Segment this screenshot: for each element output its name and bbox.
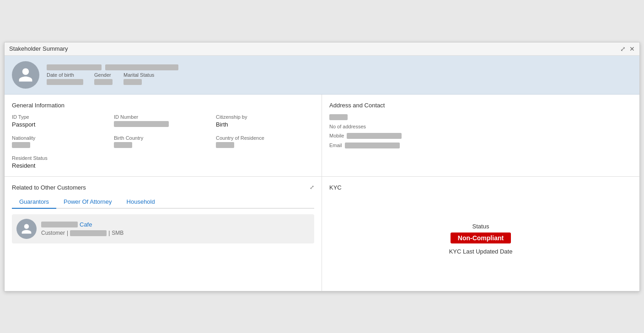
citizenship-label: Citizenship by	[216, 114, 314, 120]
id-type-field: ID Type Passport	[12, 114, 110, 128]
kyc-panel: KYC Status Non-Compliant KYC Last Update…	[322, 177, 639, 291]
related-expand-icon[interactable]: ⤢	[310, 184, 314, 190]
customer-separator-1: |	[67, 230, 68, 236]
general-information-panel: General Information ID Type Passport ID …	[5, 95, 322, 176]
id-type-label: ID Type	[12, 114, 110, 120]
country-of-residence-label: Country of Residence	[216, 135, 314, 141]
resident-status-label: Resident Status	[12, 155, 110, 161]
nationality-value-redacted	[12, 142, 30, 148]
related-panel-header: Related to Other Customers ⤢	[12, 184, 314, 191]
country-of-residence-value-redacted	[216, 142, 234, 148]
date-of-birth-field: Date of birth	[47, 72, 83, 85]
profile-header: Date of birth Gender Marital Status	[5, 56, 639, 95]
mobile-label: Mobile	[329, 133, 344, 138]
general-fields-grid: ID Type Passport ID Number Citizenship b…	[12, 114, 314, 169]
top-content-grid: General Information ID Type Passport ID …	[5, 95, 639, 177]
title-bar: Stakeholder Summary ⤢ ✕	[5, 42, 639, 56]
tab-household[interactable]: Household	[119, 196, 162, 209]
email-label: Email	[329, 143, 342, 148]
date-of-birth-value-redacted	[47, 79, 83, 85]
resident-status-field: Resident Status Resident	[12, 155, 110, 169]
customer-list-item[interactable]: Cafe Customer | | SMB	[12, 214, 314, 243]
citizenship-field: Citizenship by Birth	[216, 114, 314, 128]
citizenship-value: Birth	[216, 121, 314, 128]
no-of-addresses-field: No of addresses	[329, 124, 632, 129]
kyc-status-label: Status	[472, 223, 489, 230]
name-redacted-2	[105, 64, 178, 70]
profile-meta: Date of birth Gender Marital Status	[47, 72, 178, 85]
kyc-status-badge: Non-Compliant	[451, 233, 511, 243]
birth-country-value-redacted	[114, 142, 132, 148]
gender-value-redacted	[94, 79, 113, 85]
country-of-residence-field: Country of Residence	[216, 135, 314, 148]
kyc-status-section: Status Non-Compliant KYC Last Updated Da…	[329, 195, 632, 284]
date-of-birth-label: Date of birth	[47, 72, 83, 78]
customer-separator-2: |	[108, 230, 110, 236]
customer-name-redacted	[41, 222, 78, 227]
stakeholder-summary-window: Stakeholder Summary ⤢ ✕ Date of	[4, 42, 640, 291]
close-icon[interactable]: ✕	[629, 45, 635, 53]
address-contact-title: Address and Contact	[329, 102, 632, 109]
address-count-line	[329, 114, 632, 120]
gender-label: Gender	[94, 72, 113, 78]
email-value-redacted	[345, 143, 400, 148]
customer-segment: SMB	[112, 230, 123, 236]
profile-info: Date of birth Gender Marital Status	[47, 64, 178, 85]
tab-power-of-attorney[interactable]: Power Of Attorney	[56, 196, 119, 209]
resident-status-value: Resident	[12, 162, 110, 169]
birth-country-field: Birth Country	[114, 135, 212, 148]
name-redacted-1	[47, 64, 102, 70]
id-number-field: ID Number	[114, 114, 212, 128]
customer-name-suffix: Cafe	[80, 221, 92, 228]
gender-field: Gender	[94, 72, 113, 85]
customer-name-row: Cafe	[41, 221, 123, 228]
mobile-field: Mobile	[329, 133, 632, 139]
window-title: Stakeholder Summary	[9, 45, 68, 52]
customer-info: Cafe Customer | | SMB	[41, 221, 123, 236]
marital-status-label: Marital Status	[123, 72, 154, 78]
id-type-value: Passport	[12, 121, 110, 128]
address-section: No of addresses Mobile Email	[329, 114, 632, 148]
address-count-redacted	[329, 114, 348, 120]
id-number-value-redacted	[114, 121, 169, 127]
related-customers-panel: Related to Other Customers ⤢ Guarantors …	[5, 177, 322, 291]
window-controls: ⤢ ✕	[620, 45, 635, 53]
birth-country-label: Birth Country	[114, 135, 212, 141]
main-content: General Information ID Type Passport ID …	[5, 95, 639, 291]
kyc-date-label: KYC Last Updated Date	[449, 248, 513, 255]
marital-status-value-redacted	[123, 79, 142, 85]
related-panel-title: Related to Other Customers	[12, 184, 86, 191]
general-information-title: General Information	[12, 102, 314, 109]
customer-id-redacted	[70, 230, 107, 236]
email-field: Email	[329, 143, 632, 148]
bottom-content-grid: Related to Other Customers ⤢ Guarantors …	[5, 177, 639, 291]
marital-status-field: Marital Status	[123, 72, 154, 85]
profile-name-row	[47, 64, 178, 70]
expand-icon[interactable]: ⤢	[620, 45, 626, 53]
avatar	[12, 61, 39, 89]
nationality-label: Nationality	[12, 135, 110, 141]
customer-meta: Customer | | SMB	[41, 230, 123, 236]
kyc-title: KYC	[329, 184, 632, 191]
no-of-addresses-label: No of addresses	[329, 124, 632, 129]
customer-type: Customer	[41, 230, 65, 236]
id-number-label: ID Number	[114, 114, 212, 120]
address-contact-panel: Address and Contact No of addresses Mobi…	[322, 95, 639, 176]
tab-guarantors[interactable]: Guarantors	[12, 196, 56, 209]
mobile-value-redacted	[347, 133, 402, 139]
related-tabs: Guarantors Power Of Attorney Household	[12, 196, 314, 209]
nationality-field: Nationality	[12, 135, 110, 148]
customer-avatar	[16, 219, 37, 239]
